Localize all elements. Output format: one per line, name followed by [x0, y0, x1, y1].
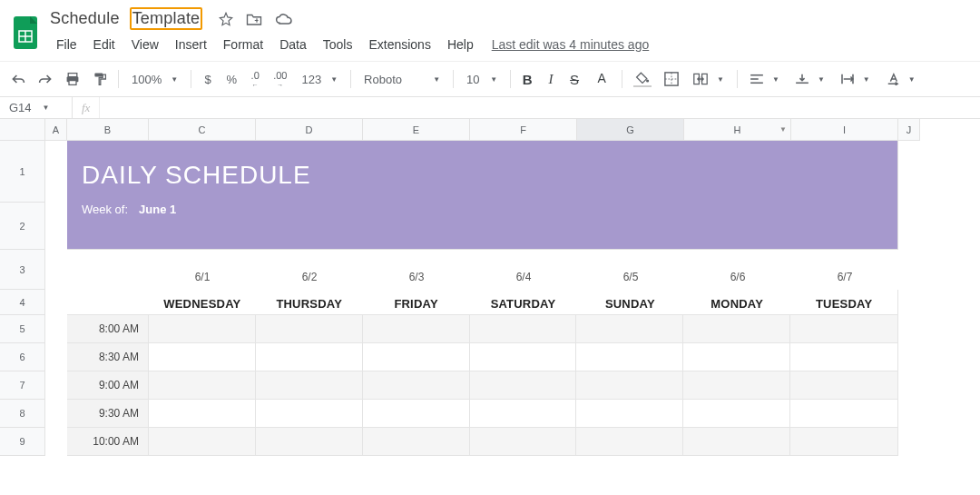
svg-rect-6: [69, 81, 76, 85]
col-header-C[interactable]: C: [149, 119, 256, 141]
move-icon[interactable]: [246, 12, 262, 26]
decrease-decimal-button[interactable]: .0←: [244, 67, 266, 91]
time-row-1[interactable]: 8:30 AM: [67, 343, 898, 371]
svg-rect-7: [94, 74, 103, 77]
menu-edit[interactable]: Edit: [86, 34, 122, 55]
col-header-D[interactable]: D: [256, 119, 363, 141]
menu-data[interactable]: Data: [272, 34, 314, 55]
day-6: TUESDAY: [816, 297, 872, 311]
increase-decimal-button[interactable]: .00→: [268, 67, 292, 91]
last-edit-link[interactable]: Last edit was 4 minutes ago: [492, 37, 650, 52]
day-4: SUNDAY: [605, 297, 655, 311]
vertical-align-button[interactable]: ▼: [789, 67, 832, 91]
print-button[interactable]: [60, 67, 85, 91]
svg-rect-4: [68, 74, 77, 77]
name-box[interactable]: G14▼: [0, 97, 73, 118]
time-row-4[interactable]: 10:00 AM: [67, 428, 898, 456]
row-header-5[interactable]: 5: [0, 315, 45, 343]
strikethrough-button[interactable]: S: [564, 67, 585, 91]
menu-tools[interactable]: Tools: [316, 34, 360, 55]
row-header-4[interactable]: 4: [0, 290, 45, 315]
menu-extensions[interactable]: Extensions: [361, 34, 437, 55]
time-row-2[interactable]: 9:00 AM: [67, 371, 898, 400]
text-color-button[interactable]: A: [587, 67, 616, 91]
row-header-9[interactable]: 9: [0, 428, 45, 456]
fx-label: fx: [73, 97, 100, 118]
menu-file[interactable]: File: [49, 34, 84, 55]
undo-button[interactable]: [5, 67, 31, 91]
week-of-value: June 1: [139, 203, 176, 216]
row-header-3[interactable]: 3: [0, 250, 45, 290]
title-banner[interactable]: DAILY SCHEDULE Week of:June 1: [67, 141, 898, 250]
col-header-G[interactable]: G: [577, 119, 684, 141]
col-header-H[interactable]: H▼: [684, 119, 791, 141]
formula-input[interactable]: [100, 97, 980, 118]
fill-color-button[interactable]: [628, 67, 657, 91]
doc-title-part1[interactable]: Schedule: [49, 7, 121, 30]
text-wrap-button[interactable]: ▼: [834, 67, 877, 91]
day-5: MONDAY: [710, 297, 763, 311]
row-header-7[interactable]: 7: [0, 371, 45, 400]
doc-title-part2-highlighted[interactable]: Template: [130, 7, 203, 30]
font-family-dropdown[interactable]: Roboto▼: [357, 67, 447, 91]
merge-cells-button[interactable]: ▼: [686, 67, 731, 91]
date-4: 6/5: [623, 271, 639, 283]
toolbar: 100%▼ $ % .0← .00→ 123▼ Roboto▼ 10▼ B I …: [0, 61, 980, 97]
number-format-dropdown[interactable]: 123▼: [294, 67, 345, 91]
paint-format-button[interactable]: [87, 67, 113, 91]
time-row-0[interactable]: 8:00 AM: [67, 315, 898, 343]
bold-button[interactable]: B: [516, 67, 538, 91]
week-of-label: Week of:: [82, 203, 128, 216]
percent-button[interactable]: %: [220, 67, 242, 91]
currency-button[interactable]: $: [197, 67, 219, 91]
text-rotation-button[interactable]: ▼: [879, 67, 923, 91]
date-2: 6/3: [409, 271, 425, 283]
horizontal-align-button[interactable]: ▼: [743, 67, 787, 91]
redo-button[interactable]: [33, 67, 58, 91]
col-header-B[interactable]: B: [67, 119, 149, 141]
star-icon[interactable]: [219, 12, 233, 26]
spreadsheet-grid: 1 2 3 4 5 6 7 8 9 A B C D E F G H▼ I J D…: [0, 119, 980, 487]
menu-help[interactable]: Help: [440, 34, 481, 55]
date-0: 6/1: [195, 271, 211, 283]
day-0: WEDNESDAY: [163, 297, 240, 311]
title-bar: Schedule Template File Edit View Insert …: [0, 0, 980, 57]
row-header-2[interactable]: 2: [0, 203, 45, 250]
schedule-title: DAILY SCHEDULE: [82, 161, 883, 190]
borders-button[interactable]: [659, 67, 684, 91]
row-header-6[interactable]: 6: [0, 343, 45, 371]
time-row-3[interactable]: 9:30 AM: [67, 400, 898, 428]
menu-format[interactable]: Format: [216, 34, 270, 55]
menu-view[interactable]: View: [124, 34, 166, 55]
menu-insert[interactable]: Insert: [168, 34, 214, 55]
font-size-dropdown[interactable]: 10▼: [459, 67, 505, 91]
col-header-J[interactable]: J: [898, 119, 920, 141]
svg-point-8: [646, 79, 649, 82]
menu-bar: File Edit View Insert Format Data Tools …: [49, 32, 649, 57]
formula-bar-row: G14▼ fx: [0, 97, 980, 119]
sheets-logo[interactable]: [7, 15, 44, 51]
col-header-F[interactable]: F: [470, 119, 577, 141]
chevron-down-icon[interactable]: ▼: [779, 125, 787, 134]
date-3: 6/4: [516, 271, 532, 283]
date-5: 6/6: [730, 271, 746, 283]
row-header-1[interactable]: 1: [0, 141, 45, 203]
italic-button[interactable]: I: [540, 67, 562, 91]
day-1: THURSDAY: [276, 297, 342, 311]
date-1: 6/2: [302, 271, 318, 283]
cloud-saved-icon[interactable]: [275, 12, 293, 26]
day-3: SATURDAY: [491, 297, 556, 311]
sheet-cells[interactable]: DAILY SCHEDULE Week of:June 1 6/1 6/2 6/…: [45, 141, 980, 487]
col-header-E[interactable]: E: [363, 119, 470, 141]
col-header-A[interactable]: A: [45, 119, 67, 141]
day-2: FRIDAY: [394, 297, 437, 311]
zoom-dropdown[interactable]: 100%▼: [124, 67, 185, 91]
date-6: 6/7: [838, 271, 853, 283]
select-all-corner[interactable]: [0, 119, 45, 141]
col-header-I[interactable]: I: [791, 119, 898, 141]
row-header-8[interactable]: 8: [0, 400, 45, 428]
